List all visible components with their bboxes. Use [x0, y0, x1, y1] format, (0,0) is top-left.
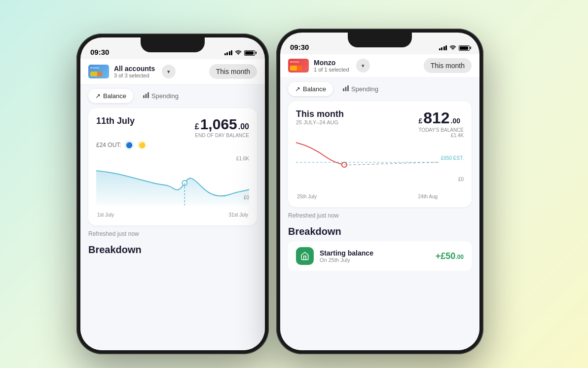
breakdown-name-front: Starting balance	[320, 249, 430, 257]
x-label-left-front: 25th July	[297, 194, 317, 199]
svg-rect-5	[347, 85, 349, 91]
signal-back	[224, 50, 233, 55]
chart-top-row-front: This month 25 JULY–24 AUG £ 812 .00 TODA…	[296, 109, 464, 133]
chevron-btn-front[interactable]: ▾	[356, 59, 370, 73]
refresh-text-front: Refreshed just now	[280, 207, 479, 221]
wifi-back	[235, 49, 242, 56]
battery-fill-front	[460, 46, 468, 50]
bar3	[229, 51, 230, 55]
amount-label-back: END OF DAY BALANCE	[195, 133, 249, 138]
status-time-back: 09:30	[90, 48, 109, 56]
balance-icon-front: ↗	[295, 85, 300, 93]
chart-sub-text-back: £24 OUT:	[96, 142, 121, 148]
chart-x-labels-front: 25th July 24th Aug	[296, 194, 439, 199]
wifi-front	[449, 44, 456, 51]
bar1	[224, 53, 226, 55]
tab-balance-label-front: Balance	[303, 85, 326, 93]
screen-content-back: All accounts 3 of 3 selected ▾ This mont…	[80, 59, 265, 350]
spending-icon-back	[143, 92, 149, 100]
month-title-front: This month	[296, 109, 344, 119]
amount-label-front: TODAY'S BALANCE	[418, 127, 464, 133]
chart-header-back: 11th July £ 1,065 .00 END OF DAY BALANCE	[96, 116, 249, 138]
chart-date-back: 11th July	[96, 116, 135, 126]
breakdown-icon-front	[296, 247, 314, 265]
chart-title-col-front: This month 25 JULY–24 AUG	[296, 109, 344, 129]
breakdown-date-front: On 25th July	[320, 257, 430, 263]
account-row-front[interactable]: Monzo 1 of 1 selected ▾ This month	[280, 54, 479, 77]
tab-spending-label-back: Spending	[151, 92, 179, 100]
chart-svg-wrap-back: £1.6K £0	[96, 156, 249, 210]
breakdown-item-front[interactable]: Starting balance On 25th July +£50.00	[288, 241, 472, 271]
phone-front-screen: 09:30	[280, 33, 479, 350]
svg-rect-3	[343, 88, 344, 91]
card-thumbnail-back	[88, 65, 109, 78]
breakdown-main: 50	[445, 251, 455, 261]
amount-dec-front: .00	[451, 117, 460, 125]
chart-svg-wrap-front: £1.4K £650 EST. £0	[296, 133, 464, 192]
account-sub-back: 3 of 3 selected	[114, 73, 155, 78]
chart-amount-back: £ 1,065 .00	[195, 116, 249, 133]
chart-amount-col-front: £ 812 .00 TODAY'S BALANCE	[418, 109, 464, 133]
currency-back: £	[195, 122, 199, 131]
time-filter-back[interactable]: This month	[209, 64, 257, 79]
date-range-front: 25 JULY–24 AUG	[296, 119, 344, 125]
x-label-left-back: 1st July	[97, 212, 114, 218]
bar1f	[439, 48, 441, 50]
account-left-back: All accounts 3 of 3 selected ▾	[88, 65, 176, 78]
screen-content-front: Monzo 1 of 1 selected ▾ This month ↗ Bal…	[280, 54, 479, 350]
account-info-front: Monzo 1 of 1 selected	[314, 59, 349, 73]
account-name-front: Monzo	[314, 59, 349, 67]
chart-card-back: 11th July £ 1,065 .00 END OF DAY BALANCE	[88, 108, 257, 225]
signal-front	[439, 45, 447, 50]
y-label-top-back: £1.6K	[236, 156, 249, 161]
battery-front	[459, 45, 470, 51]
svg-rect-0	[143, 95, 145, 98]
y-label-bottom-front: £0	[458, 177, 464, 182]
notch-front	[348, 33, 412, 47]
chart-x-labels-back: 1st July 31st July	[96, 212, 249, 218]
y-label-bottom-back: £0	[244, 195, 249, 200]
chart-svg-front	[296, 133, 439, 182]
y-label-top-front: £1.4K	[451, 133, 464, 138]
chart-date-text-back: 11th July	[96, 116, 135, 126]
tab-balance-back[interactable]: ↗ Balance	[88, 89, 133, 103]
account-sub-front: 1 of 1 selected	[314, 67, 349, 73]
bar4f	[445, 45, 447, 50]
status-icons-back	[224, 49, 256, 56]
breakdown-amount-front: +£50.00	[436, 251, 464, 261]
x-label-right-back: 31st July	[229, 212, 248, 218]
account-name-back: All accounts	[114, 65, 155, 73]
account-row-back[interactable]: All accounts 3 of 3 selected ▾ This mont…	[80, 59, 265, 84]
tabs-row-back: ↗ Balance Spending	[80, 84, 265, 108]
currency-front: £	[418, 117, 422, 125]
breakdown-dec: .00	[455, 254, 464, 260]
account-left-front: Monzo 1 of 1 selected ▾	[288, 59, 370, 73]
y-label-mid-front: £650 EST.	[439, 155, 464, 161]
bar4	[231, 50, 232, 55]
tab-balance-front[interactable]: ↗ Balance	[288, 82, 333, 96]
tab-spending-label-front: Spending	[351, 85, 378, 93]
svg-rect-4	[345, 87, 346, 91]
svg-rect-1	[145, 94, 147, 98]
chart-amount-front: £ 812 .00	[418, 109, 464, 127]
chevron-btn-back[interactable]: ▾	[162, 65, 176, 78]
scene: 09:30	[0, 0, 588, 368]
time-filter-front[interactable]: This month	[424, 58, 472, 73]
chart-sub-back: £24 OUT: 🔵 🟡	[96, 140, 249, 150]
battery-back	[244, 50, 255, 56]
spending-icon-front	[343, 85, 349, 93]
bar2f	[441, 47, 442, 50]
balance-icon-back: ↗	[95, 92, 101, 100]
breakdown-amount-wrap-front: +£50.00	[436, 251, 464, 261]
tab-spending-front[interactable]: Spending	[336, 82, 385, 96]
breakdown-title-back: Breakdown	[80, 239, 265, 256]
breakdown-info-front: Starting balance On 25th July	[320, 249, 430, 263]
status-icons-front	[439, 44, 470, 51]
tab-spending-back[interactable]: Spending	[136, 89, 185, 103]
tabs-row-front: ↗ Balance Spending	[280, 77, 479, 101]
account-info-back: All accounts 3 of 3 selected	[114, 65, 155, 78]
status-time-front: 09:30	[290, 43, 309, 51]
chart-svg-back	[96, 156, 249, 205]
battery-fill-back	[245, 51, 254, 55]
x-label-right-front: 24th Aug	[418, 194, 438, 199]
